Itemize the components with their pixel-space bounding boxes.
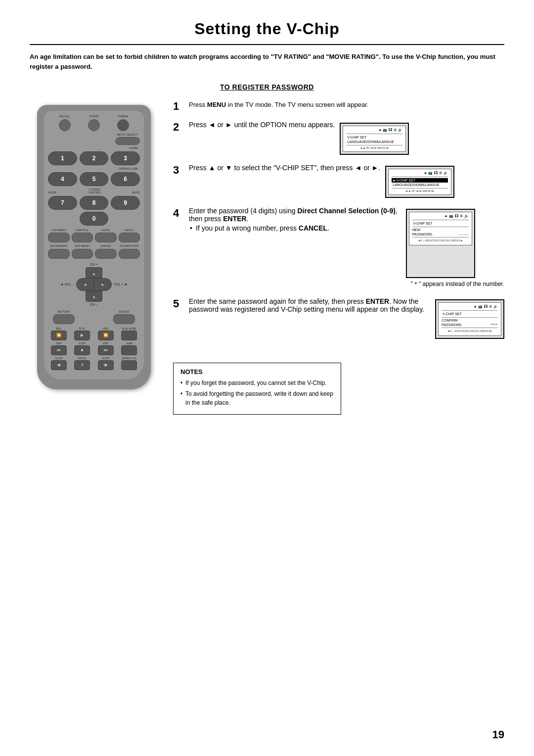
input-select-label: INPUT SELECT: [48, 133, 140, 136]
topmenu-subtitle-audio-angle-row: TOP MENU SUBTITLE AUDIO ANGLE: [48, 229, 140, 243]
num-5-button[interactable]: 5: [80, 172, 109, 186]
slow-back-button[interactable]: ◀I: [51, 360, 67, 370]
subtitle-group: SUBTITLE: [72, 229, 93, 243]
recall-label: RECALL: [59, 115, 70, 118]
num-grid-2: 4 5 6: [48, 172, 140, 186]
enter-button[interactable]: [113, 314, 135, 324]
power-button[interactable]: [117, 119, 129, 131]
fwd-button[interactable]: ⏩: [98, 331, 114, 340]
num-8-button[interactable]: 8: [80, 196, 109, 210]
return-label: RETURN: [58, 310, 70, 313]
play-mode-button[interactable]: [121, 331, 137, 340]
icon-film5: 🎞: [484, 305, 488, 309]
icon-film4: 🎞: [455, 214, 458, 218]
screen4-password-label: PASSWORD: [412, 233, 432, 236]
audio-group: AUDIO: [95, 229, 117, 243]
step-4-bullet: If you put a wrong number, press CANCEL.: [189, 224, 401, 232]
screen4-new-row: NEW: [412, 228, 469, 232]
step-1-number: 1: [173, 101, 184, 112]
dpad-middle: ◄ VOL – VOL + ►: [60, 278, 128, 291]
skip-back-button[interactable]: ⏮: [51, 345, 67, 355]
zoom-button[interactable]: [119, 249, 140, 259]
icon-sound4: 🔊: [464, 214, 469, 218]
step-2: 2 Press ◄ or ► until the OPTION menu app…: [173, 121, 504, 155]
stop-button[interactable]: ■: [74, 345, 90, 355]
num-2-button[interactable]: 2: [80, 151, 109, 165]
asterisk-note: "＊" appears instead of the number.: [406, 280, 504, 288]
step-2-number: 2: [173, 122, 184, 133]
vol-down-button[interactable]: [76, 278, 94, 291]
slow-fwd-button[interactable]: I▶: [98, 360, 114, 370]
icon-arrow-left: ◄: [378, 128, 381, 132]
input-select-button[interactable]: [115, 137, 140, 145]
num-3-button[interactable]: 3: [111, 151, 140, 165]
dvd-menu-group: DVD MENU: [72, 244, 93, 259]
dvd-menu-label: DVD MENU: [75, 244, 89, 248]
screen4-divider2: [412, 227, 469, 227]
repeat-ab-button[interactable]: [121, 360, 137, 370]
setup-dvd-cancel-zoom-row: SETUP/MENU DVD MENU CANCEL ZOOM/CH: [48, 244, 140, 259]
icon-settings4: ⚙: [460, 214, 463, 218]
setup-menu-button[interactable]: [48, 249, 70, 259]
icon-settings2: ⚙: [439, 171, 442, 175]
num-0-button[interactable]: 0: [80, 212, 109, 226]
screen5-confirm-row: CONFIRM: [442, 319, 498, 322]
play-button[interactable]: ▶: [74, 331, 90, 340]
ch-up-button[interactable]: [86, 267, 102, 278]
step-4-with-screen: Enter the password (4 digits) using Dire…: [189, 207, 504, 288]
cancel-button[interactable]: [95, 249, 117, 259]
screen5-password-label: PASSWORD: [442, 323, 461, 327]
return-enter-row: RETURN ENTER: [48, 310, 140, 324]
tvdvd-button[interactable]: [88, 119, 100, 131]
icon-sound2: 🔊: [444, 171, 448, 175]
step-3-with-screen: Press ▲ or ▼ to select the "V-CHIP SET",…: [189, 164, 454, 198]
subtitle-label: SUBTITLE: [76, 229, 89, 232]
sleep-closed-mute-row: SLEEP CLOSEDCAPTION MUTE: [48, 188, 140, 194]
notes-list: If you forget the password, you cannot s…: [180, 378, 334, 407]
slow-fwd-group: SLOW I▶: [95, 357, 117, 370]
rev-button[interactable]: ⏪: [51, 331, 67, 340]
recall-button[interactable]: [59, 119, 71, 131]
screen3-vchip-item: ►V-CHIP SET: [392, 178, 448, 183]
num-9-button[interactable]: 9: [111, 196, 140, 210]
fwd-label: FWD: [103, 327, 108, 330]
icon-tv5: 📺: [478, 305, 483, 309]
top-menu-button[interactable]: [48, 233, 70, 242]
setup-menu-label: SETUP/MENU: [50, 244, 68, 248]
num-6-button[interactable]: 6: [111, 172, 140, 186]
step-3-screen-inner: ◄ 📺 🎞 ⚙ 🔊 ►V-CHIP SET LANGUAGE/DIOMA/LAN…: [388, 169, 451, 195]
jump-button[interactable]: [121, 345, 137, 355]
angle-button[interactable]: [119, 233, 140, 242]
pause-label: PAUSE: [78, 357, 87, 360]
step-2-text: Press ◄ or ► until the OPTION menu appea…: [189, 121, 335, 129]
step-2-with-screen: Press ◄ or ► until the OPTION menu appea…: [189, 121, 409, 155]
step-5-icon-row: ◄ 📺 🎞 ⚙ 🔊: [442, 305, 498, 309]
num-1-button[interactable]: 1: [48, 151, 77, 165]
pause-button[interactable]: ⏸: [74, 360, 90, 370]
repeat-ab-group: REPEAT A-B: [119, 357, 140, 370]
arrow-up-icon: [92, 269, 96, 277]
audio-button[interactable]: [95, 233, 117, 242]
screen4-divider3: [412, 237, 469, 237]
arrow-right-icon: [101, 282, 105, 287]
num-7-button[interactable]: 7: [48, 196, 77, 210]
screen5-divider2: [442, 317, 498, 318]
vol-up-button[interactable]: [94, 278, 112, 291]
screen5-nav-hint: ◄0～9/ENTER/CANCEL/MENU►: [442, 329, 498, 333]
return-button[interactable]: [53, 314, 75, 324]
screen4-new-label: NEW: [412, 228, 420, 232]
skip-fwd-button[interactable]: ⏭: [98, 345, 114, 355]
num-4-button[interactable]: 4: [48, 172, 77, 186]
enter-label: ENTER: [119, 310, 129, 313]
subtitle-button[interactable]: [72, 233, 93, 242]
num-grid-1: 1 2 3: [48, 151, 140, 165]
step-5-text: Enter the same password again for the sa…: [189, 297, 430, 313]
stop-group: STOP ■: [72, 342, 93, 355]
icon-tv: 📺: [383, 128, 387, 132]
ch-down-button[interactable]: [86, 291, 102, 302]
step-5-screen: ◄ 📺 🎞 ⚙ 🔊 V-CHIP SET CONFIRM: [435, 299, 504, 339]
icon-sound: 🔊: [398, 128, 402, 132]
dvd-menu-button[interactable]: [72, 249, 93, 259]
icon-sound5: 🔊: [493, 305, 498, 309]
steps-area: 1 Press MENU in the TV mode. The TV menu…: [173, 100, 504, 415]
